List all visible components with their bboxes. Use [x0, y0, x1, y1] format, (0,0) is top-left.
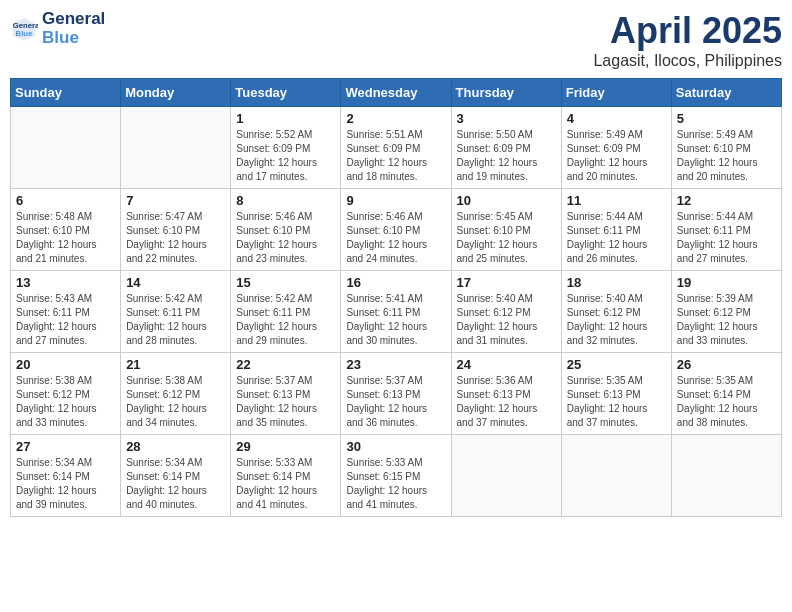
- title-area: April 2025 Lagasit, Ilocos, Philippines: [593, 10, 782, 70]
- day-detail: Sunrise: 5:49 AMSunset: 6:10 PMDaylight:…: [677, 128, 776, 184]
- calendar-day-cell: 17Sunrise: 5:40 AMSunset: 6:12 PMDayligh…: [451, 271, 561, 353]
- day-detail: Sunrise: 5:36 AMSunset: 6:13 PMDaylight:…: [457, 374, 556, 430]
- day-detail: Sunrise: 5:41 AMSunset: 6:11 PMDaylight:…: [346, 292, 445, 348]
- calendar-day-cell: 23Sunrise: 5:37 AMSunset: 6:13 PMDayligh…: [341, 353, 451, 435]
- day-detail: Sunrise: 5:37 AMSunset: 6:13 PMDaylight:…: [236, 374, 335, 430]
- logo-text-general: General: [42, 10, 105, 29]
- calendar-week-row: 27Sunrise: 5:34 AMSunset: 6:14 PMDayligh…: [11, 435, 782, 517]
- weekday-header: Friday: [561, 79, 671, 107]
- calendar-day-cell: 15Sunrise: 5:42 AMSunset: 6:11 PMDayligh…: [231, 271, 341, 353]
- day-detail: Sunrise: 5:35 AMSunset: 6:14 PMDaylight:…: [677, 374, 776, 430]
- day-detail: Sunrise: 5:51 AMSunset: 6:09 PMDaylight:…: [346, 128, 445, 184]
- day-number: 22: [236, 357, 335, 372]
- calendar-week-row: 1Sunrise: 5:52 AMSunset: 6:09 PMDaylight…: [11, 107, 782, 189]
- day-number: 29: [236, 439, 335, 454]
- day-detail: Sunrise: 5:42 AMSunset: 6:11 PMDaylight:…: [236, 292, 335, 348]
- location-title: Lagasit, Ilocos, Philippines: [593, 52, 782, 70]
- svg-text:General: General: [13, 20, 38, 29]
- calendar-day-cell: 16Sunrise: 5:41 AMSunset: 6:11 PMDayligh…: [341, 271, 451, 353]
- page-header: General Blue General Blue April 2025 Lag…: [10, 10, 782, 70]
- calendar-day-cell: 4Sunrise: 5:49 AMSunset: 6:09 PMDaylight…: [561, 107, 671, 189]
- logo: General Blue General Blue: [10, 10, 105, 47]
- day-detail: Sunrise: 5:34 AMSunset: 6:14 PMDaylight:…: [126, 456, 225, 512]
- day-detail: Sunrise: 5:44 AMSunset: 6:11 PMDaylight:…: [677, 210, 776, 266]
- weekday-header: Thursday: [451, 79, 561, 107]
- day-detail: Sunrise: 5:44 AMSunset: 6:11 PMDaylight:…: [567, 210, 666, 266]
- calendar-day-cell: 21Sunrise: 5:38 AMSunset: 6:12 PMDayligh…: [121, 353, 231, 435]
- calendar-day-cell: 12Sunrise: 5:44 AMSunset: 6:11 PMDayligh…: [671, 189, 781, 271]
- day-number: 30: [346, 439, 445, 454]
- day-detail: Sunrise: 5:33 AMSunset: 6:14 PMDaylight:…: [236, 456, 335, 512]
- calendar-day-cell: 3Sunrise: 5:50 AMSunset: 6:09 PMDaylight…: [451, 107, 561, 189]
- calendar-day-cell: 24Sunrise: 5:36 AMSunset: 6:13 PMDayligh…: [451, 353, 561, 435]
- day-detail: Sunrise: 5:37 AMSunset: 6:13 PMDaylight:…: [346, 374, 445, 430]
- calendar-week-row: 6Sunrise: 5:48 AMSunset: 6:10 PMDaylight…: [11, 189, 782, 271]
- calendar-day-cell: 13Sunrise: 5:43 AMSunset: 6:11 PMDayligh…: [11, 271, 121, 353]
- calendar-day-cell: 8Sunrise: 5:46 AMSunset: 6:10 PMDaylight…: [231, 189, 341, 271]
- day-number: 6: [16, 193, 115, 208]
- weekday-header: Monday: [121, 79, 231, 107]
- day-detail: Sunrise: 5:40 AMSunset: 6:12 PMDaylight:…: [457, 292, 556, 348]
- calendar-day-cell: 26Sunrise: 5:35 AMSunset: 6:14 PMDayligh…: [671, 353, 781, 435]
- calendar-day-cell: 9Sunrise: 5:46 AMSunset: 6:10 PMDaylight…: [341, 189, 451, 271]
- day-number: 10: [457, 193, 556, 208]
- calendar-day-cell: 14Sunrise: 5:42 AMSunset: 6:11 PMDayligh…: [121, 271, 231, 353]
- day-detail: Sunrise: 5:47 AMSunset: 6:10 PMDaylight:…: [126, 210, 225, 266]
- day-detail: Sunrise: 5:52 AMSunset: 6:09 PMDaylight:…: [236, 128, 335, 184]
- day-number: 12: [677, 193, 776, 208]
- weekday-header: Saturday: [671, 79, 781, 107]
- calendar-table: SundayMondayTuesdayWednesdayThursdayFrid…: [10, 78, 782, 517]
- calendar-day-cell: [561, 435, 671, 517]
- day-detail: Sunrise: 5:38 AMSunset: 6:12 PMDaylight:…: [16, 374, 115, 430]
- day-number: 21: [126, 357, 225, 372]
- day-detail: Sunrise: 5:35 AMSunset: 6:13 PMDaylight:…: [567, 374, 666, 430]
- day-number: 15: [236, 275, 335, 290]
- day-detail: Sunrise: 5:50 AMSunset: 6:09 PMDaylight:…: [457, 128, 556, 184]
- calendar-day-cell: 11Sunrise: 5:44 AMSunset: 6:11 PMDayligh…: [561, 189, 671, 271]
- day-detail: Sunrise: 5:39 AMSunset: 6:12 PMDaylight:…: [677, 292, 776, 348]
- day-number: 5: [677, 111, 776, 126]
- day-number: 16: [346, 275, 445, 290]
- day-number: 27: [16, 439, 115, 454]
- day-detail: Sunrise: 5:45 AMSunset: 6:10 PMDaylight:…: [457, 210, 556, 266]
- calendar-week-row: 20Sunrise: 5:38 AMSunset: 6:12 PMDayligh…: [11, 353, 782, 435]
- calendar-day-cell: 28Sunrise: 5:34 AMSunset: 6:14 PMDayligh…: [121, 435, 231, 517]
- calendar-day-cell: 22Sunrise: 5:37 AMSunset: 6:13 PMDayligh…: [231, 353, 341, 435]
- logo-icon: General Blue: [10, 15, 38, 43]
- day-number: 25: [567, 357, 666, 372]
- day-detail: Sunrise: 5:49 AMSunset: 6:09 PMDaylight:…: [567, 128, 666, 184]
- calendar-day-cell: 10Sunrise: 5:45 AMSunset: 6:10 PMDayligh…: [451, 189, 561, 271]
- calendar-day-cell: 18Sunrise: 5:40 AMSunset: 6:12 PMDayligh…: [561, 271, 671, 353]
- day-detail: Sunrise: 5:46 AMSunset: 6:10 PMDaylight:…: [236, 210, 335, 266]
- day-number: 3: [457, 111, 556, 126]
- calendar-day-cell: 5Sunrise: 5:49 AMSunset: 6:10 PMDaylight…: [671, 107, 781, 189]
- calendar-day-cell: 27Sunrise: 5:34 AMSunset: 6:14 PMDayligh…: [11, 435, 121, 517]
- day-detail: Sunrise: 5:46 AMSunset: 6:10 PMDaylight:…: [346, 210, 445, 266]
- day-number: 24: [457, 357, 556, 372]
- day-number: 8: [236, 193, 335, 208]
- day-detail: Sunrise: 5:33 AMSunset: 6:15 PMDaylight:…: [346, 456, 445, 512]
- calendar-day-cell: [11, 107, 121, 189]
- calendar-day-cell: 25Sunrise: 5:35 AMSunset: 6:13 PMDayligh…: [561, 353, 671, 435]
- day-number: 11: [567, 193, 666, 208]
- calendar-day-cell: 19Sunrise: 5:39 AMSunset: 6:12 PMDayligh…: [671, 271, 781, 353]
- day-number: 18: [567, 275, 666, 290]
- day-number: 19: [677, 275, 776, 290]
- day-number: 13: [16, 275, 115, 290]
- logo-text-blue: Blue: [42, 29, 105, 48]
- weekday-header: Tuesday: [231, 79, 341, 107]
- calendar-header-row: SundayMondayTuesdayWednesdayThursdayFrid…: [11, 79, 782, 107]
- day-number: 28: [126, 439, 225, 454]
- day-number: 2: [346, 111, 445, 126]
- day-number: 17: [457, 275, 556, 290]
- calendar-day-cell: [671, 435, 781, 517]
- day-number: 9: [346, 193, 445, 208]
- day-detail: Sunrise: 5:34 AMSunset: 6:14 PMDaylight:…: [16, 456, 115, 512]
- day-detail: Sunrise: 5:48 AMSunset: 6:10 PMDaylight:…: [16, 210, 115, 266]
- calendar-week-row: 13Sunrise: 5:43 AMSunset: 6:11 PMDayligh…: [11, 271, 782, 353]
- day-detail: Sunrise: 5:42 AMSunset: 6:11 PMDaylight:…: [126, 292, 225, 348]
- day-number: 20: [16, 357, 115, 372]
- weekday-header: Wednesday: [341, 79, 451, 107]
- calendar-day-cell: 2Sunrise: 5:51 AMSunset: 6:09 PMDaylight…: [341, 107, 451, 189]
- day-number: 26: [677, 357, 776, 372]
